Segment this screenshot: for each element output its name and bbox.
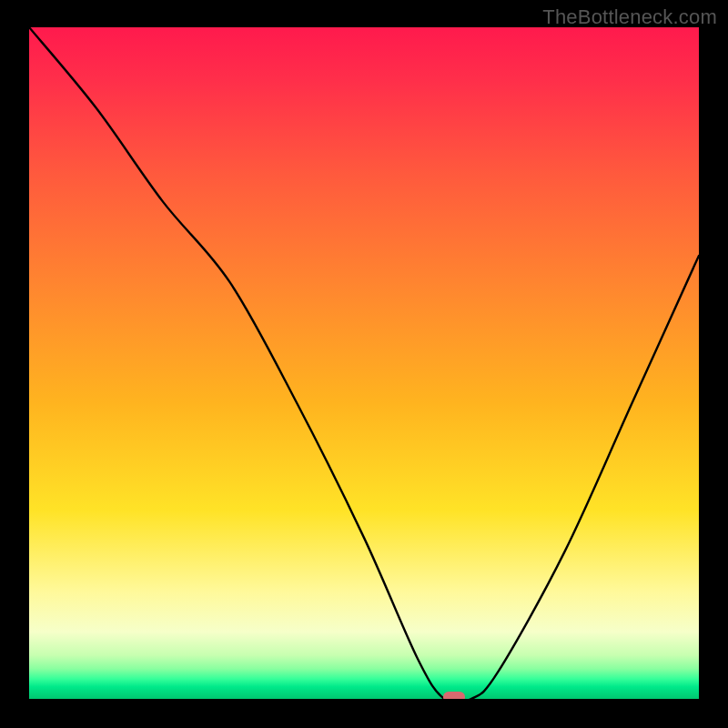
bottleneck-curve: [29, 27, 699, 699]
plot-area: [29, 27, 699, 699]
watermark-text: TheBottleneck.com: [542, 5, 717, 29]
chart-frame: TheBottleneck.com: [0, 0, 728, 728]
optimal-marker: [443, 692, 465, 699]
